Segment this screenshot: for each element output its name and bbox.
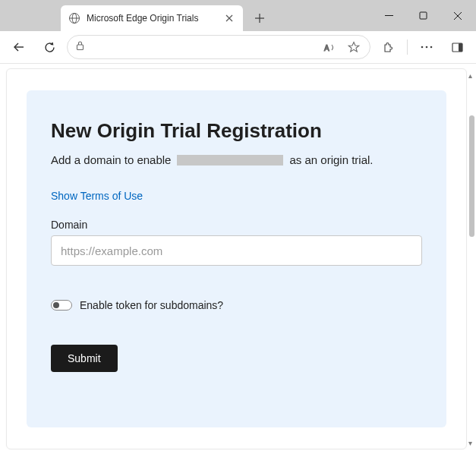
subtitle-after: as an origin trial. xyxy=(289,153,373,166)
tab-title: Microsoft Edge Origin Trials xyxy=(87,13,217,24)
svg-rect-19 xyxy=(459,43,462,52)
svg-marker-14 xyxy=(348,43,359,52)
svg-point-16 xyxy=(426,46,428,49)
settings-menu-button[interactable] xyxy=(414,34,440,60)
tab-strip: Microsoft Edge Origin Trials xyxy=(0,0,270,31)
scroll-thumb[interactable] xyxy=(469,115,474,237)
page-viewport: New Origin Trial Registration Add a doma… xyxy=(0,64,476,454)
page-content-frame: New Origin Trial Registration Add a doma… xyxy=(6,68,467,449)
url-input[interactable] xyxy=(93,42,314,53)
svg-rect-12 xyxy=(77,45,84,50)
refresh-button[interactable] xyxy=(36,34,62,60)
page-subtitle: Add a domain to enable as an origin tria… xyxy=(51,153,422,166)
browser-tab-active[interactable]: Microsoft Edge Origin Trials xyxy=(61,5,243,31)
window-titlebar: Microsoft Edge Origin Trials xyxy=(0,0,476,31)
tab-close-button[interactable] xyxy=(223,12,235,24)
registration-card: New Origin Trial Registration Add a doma… xyxy=(27,90,446,427)
window-maximize-button[interactable] xyxy=(406,5,440,27)
window-close-button[interactable] xyxy=(440,5,474,27)
submit-button[interactable]: Submit xyxy=(51,345,118,372)
domain-input[interactable] xyxy=(51,235,422,266)
svg-text:A: A xyxy=(324,44,329,52)
back-button[interactable] xyxy=(6,34,32,60)
address-bar[interactable]: A xyxy=(67,35,370,59)
svg-rect-8 xyxy=(420,12,427,19)
new-tab-button[interactable] xyxy=(249,8,270,29)
vertical-scrollbar[interactable]: ▴ ▾ xyxy=(468,71,474,446)
subtitle-before: Add a domain to enable xyxy=(51,153,171,166)
terms-of-use-link[interactable]: Show Terms of Use xyxy=(51,190,143,202)
toggle-knob xyxy=(53,302,59,308)
extensions-button[interactable] xyxy=(375,34,401,60)
read-aloud-icon[interactable]: A xyxy=(321,39,338,55)
svg-point-17 xyxy=(430,46,433,49)
browser-toolbar: A xyxy=(0,31,476,64)
subdomains-toggle-label: Enable token for subdomains? xyxy=(80,299,223,311)
lock-icon xyxy=(75,40,85,54)
subdomains-toggle[interactable] xyxy=(51,300,72,311)
toolbar-separator xyxy=(407,39,408,55)
svg-point-15 xyxy=(421,46,424,49)
page-heading: New Origin Trial Registration xyxy=(51,119,422,143)
window-controls xyxy=(372,0,474,31)
window-minimize-button[interactable] xyxy=(372,5,406,27)
sidebar-toggle-button[interactable] xyxy=(444,34,470,60)
redacted-feature-name xyxy=(177,155,283,166)
scroll-down-arrow-icon[interactable]: ▾ xyxy=(466,439,474,446)
scroll-up-arrow-icon[interactable]: ▴ xyxy=(466,71,474,79)
favorite-icon[interactable] xyxy=(345,39,362,55)
globe-icon xyxy=(68,12,80,24)
domain-field-label: Domain xyxy=(51,219,422,231)
